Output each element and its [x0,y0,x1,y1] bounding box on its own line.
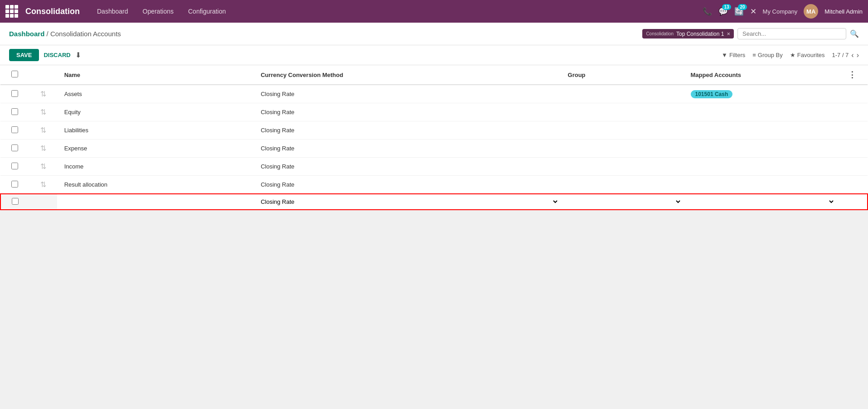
drag-handle-icon[interactable]: ⇅ [40,144,46,152]
row-drag-cell[interactable]: ⇅ [29,103,57,121]
download-button[interactable]: ⬇ [75,51,81,59]
save-button[interactable]: SAVE [9,49,39,61]
apps-grid-icon[interactable] [5,5,18,18]
row-checkbox[interactable] [11,90,18,97]
filters-button[interactable]: ▼ Filters [722,52,745,58]
drag-handle-icon[interactable]: ⇅ [40,163,46,170]
search-button[interactable]: 🔍 [850,29,859,38]
row-checkbox[interactable] [11,126,18,133]
row-name-cell: Income [57,158,254,176]
table-row: ⇅ Equity Closing Rate [0,103,868,121]
row-currency-cell: Closing Rate [253,140,560,158]
chat-icon[interactable]: 💬 13 [718,7,728,16]
new-row-name-cell[interactable] [57,194,254,210]
row-checkbox[interactable] [11,181,18,188]
company-name: My Company [763,8,798,15]
breadcrumb-current: Consolidation Accounts [50,30,121,38]
search-tag-close-icon[interactable]: × [727,30,730,37]
row-name-cell: Result allocation [57,176,254,194]
favourites-label: Favourites [797,52,825,58]
row-mapped-cell: 101501 Cash [684,85,837,103]
data-table-container: Name Currency Conversion Method Group Ma… [0,65,868,210]
row-drag-cell[interactable]: ⇅ [29,158,57,176]
row-checkbox[interactable] [11,108,18,115]
nav-operations[interactable]: Operations [136,5,180,18]
header-more: ⋮ [837,65,868,85]
breadcrumb: Dashboard / Consolidation Accounts [9,30,121,38]
row-checkbox-cell [0,176,29,194]
new-row-drag-cell [29,194,57,210]
row-more-cell [837,103,868,121]
row-group-cell [561,121,684,140]
pagination-next[interactable]: › [857,51,859,59]
nav-dashboard[interactable]: Dashboard [91,5,135,18]
refresh-icon[interactable]: 🔄 20 [734,7,744,16]
close-icon[interactable]: ✕ [750,7,756,16]
row-drag-cell[interactable]: ⇅ [29,85,57,103]
row-name-cell: Expense [57,140,254,158]
row-currency-cell: Closing Rate [253,85,560,103]
row-checkbox[interactable] [11,163,18,169]
chat-badge: 13 [722,4,731,10]
row-more-cell [837,140,868,158]
new-row-name-input[interactable] [59,197,252,207]
breadcrumb-parent[interactable]: Dashboard [9,30,44,38]
row-group-cell [561,140,684,158]
row-checkbox[interactable] [11,144,18,151]
new-row-mapped-select[interactable] [685,196,835,207]
drag-handle-icon[interactable]: ⇅ [40,108,46,116]
pagination: 1-7 / 7 ‹ › [832,51,859,59]
header-checkbox-col [0,65,29,85]
row-checkbox-cell [0,121,29,140]
row-group-cell [561,103,684,121]
row-mapped-cell [684,140,837,158]
pagination-prev[interactable]: ‹ [851,51,853,59]
groupby-button[interactable]: ≡ Group By [752,52,783,58]
header-name: Name [57,65,254,85]
row-group-cell [561,158,684,176]
drag-handle-icon[interactable]: ⇅ [40,90,46,98]
row-currency-cell: Closing Rate [253,121,560,140]
row-name-cell: Equity [57,103,254,121]
drag-handle-icon[interactable]: ⇅ [40,181,46,188]
row-drag-cell[interactable]: ⇅ [29,176,57,194]
table-row: ⇅ Liabilities Closing Rate [0,121,868,140]
toolbar: SAVE DISCARD ⬇ ▼ Filters ≡ Group By ★ Fa… [0,45,868,65]
row-name-cell: Assets [57,85,254,103]
search-tag-value: Top Consolidation 1 [676,31,724,37]
table-row: ⇅ Expense Closing Rate [0,140,868,158]
table-row: ⇅ Result allocation Closing Rate [0,176,868,194]
row-drag-cell[interactable]: ⇅ [29,140,57,158]
select-all-checkbox[interactable] [11,71,18,77]
row-more-cell [837,85,868,103]
top-menu: Dashboard Operations Configuration [91,5,699,18]
mapped-account-tag[interactable]: 101501 Cash [691,90,733,98]
topnav-right-icons: 📞 💬 13 🔄 20 ✕ My Company MA Mitchell Adm… [703,4,863,19]
new-row-checkbox[interactable] [12,198,19,205]
new-row-currency-select[interactable]: Closing Rate Average Rate Historical Rat… [255,196,558,207]
discard-button[interactable]: DISCARD [44,52,70,58]
search-input[interactable] [737,28,846,39]
avatar[interactable]: MA [804,4,818,19]
more-options-icon[interactable]: ⋮ [848,70,856,79]
row-drag-cell[interactable]: ⇅ [29,121,57,140]
top-navigation: Consolidation Dashboard Operations Confi… [0,0,868,23]
row-more-cell [837,158,868,176]
row-currency-cell: Closing Rate [253,158,560,176]
star-icon: ★ [790,52,795,58]
phone-icon[interactable]: 📞 [703,7,712,16]
favourites-button[interactable]: ★ Favourites [790,52,825,58]
new-row-group-cell[interactable] [561,194,684,210]
row-currency-cell: Closing Rate [253,103,560,121]
new-row-group-select[interactable] [563,196,682,207]
table-row: ⇅ Assets Closing Rate 101501 Cash [0,85,868,103]
header-drag-col [29,65,57,85]
drag-handle-icon[interactable]: ⇅ [40,126,46,134]
groupby-label: Group By [758,52,783,58]
new-row-currency-cell[interactable]: Closing Rate Average Rate Historical Rat… [253,194,560,210]
new-row-mapped-cell[interactable] [684,194,837,210]
nav-configuration[interactable]: Configuration [182,5,232,18]
consolidation-accounts-table: Name Currency Conversion Method Group Ma… [0,65,868,210]
app-brand: Consolidation [25,7,80,16]
row-mapped-cell [684,158,837,176]
